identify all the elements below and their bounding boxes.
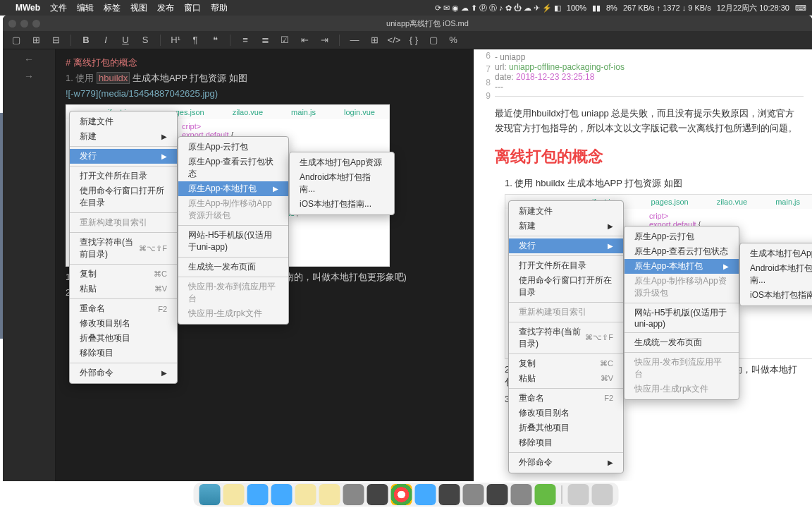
menu-item[interactable]: 使用命令行窗口打开所在目录 xyxy=(509,273,623,300)
menu-item[interactable]: 外部命令▶ xyxy=(70,365,177,380)
tb-link-icon[interactable]: % xyxy=(447,34,460,47)
menu-item[interactable]: 移除项目 xyxy=(509,435,623,450)
menu-item[interactable]: 新建▶ xyxy=(509,219,623,234)
menu-item[interactable]: 快应用-生成rpk文件 xyxy=(625,382,739,397)
menu-item[interactable]: 复制⌘C xyxy=(509,356,623,371)
menu-item[interactable]: 粘贴⌘V xyxy=(509,371,623,386)
menu-item[interactable]: 打开文件所在目录 xyxy=(509,258,623,273)
dock-terminal-icon[interactable] xyxy=(439,484,460,505)
dock-downloads-icon[interactable] xyxy=(568,484,589,505)
menu-file[interactable]: 文件 xyxy=(50,2,67,14)
menu-item[interactable]: 打开文件所在目录 xyxy=(70,169,177,183)
menu-item[interactable]: 原生App-制作移动App资源升级包 xyxy=(625,274,739,301)
battery-1[interactable]: 100% xyxy=(567,4,586,12)
input-source-icon[interactable]: ⌨ xyxy=(795,4,806,13)
tb-para-icon[interactable]: ¶ xyxy=(189,34,202,47)
tb-heading-icon[interactable]: H¹ xyxy=(169,34,182,47)
menu-item[interactable]: 移除项目 xyxy=(70,346,177,361)
dock-app-icon[interactable] xyxy=(511,484,532,505)
menu-item[interactable]: 网站-H5手机版(仅适用于uni-app) xyxy=(178,228,288,255)
menu-item[interactable]: 原生App-制作移动App资源升级包 xyxy=(178,196,288,223)
zoom-button[interactable] xyxy=(32,20,40,28)
dock-app-icon[interactable] xyxy=(295,484,316,505)
macos-dock[interactable] xyxy=(194,483,619,507)
dock-app-icon[interactable] xyxy=(223,484,245,505)
context-menu-main[interactable]: 新建文件新建▶发行▶打开文件所在目录使用命令行窗口打开所在目录重新构建项目索引查… xyxy=(508,200,624,473)
context-submenu-publish[interactable]: 原生App-云打包原生App-查看云打包状态原生App-本地打包▶原生App-制… xyxy=(178,136,289,325)
menu-item[interactable]: 折叠其他项目 xyxy=(509,421,623,435)
tb-img-icon[interactable]: ▢ xyxy=(427,34,440,47)
menu-item[interactable]: 复制⌘C xyxy=(70,267,177,282)
tb-italic-icon[interactable]: I xyxy=(99,34,112,47)
menu-item[interactable]: 快应用-生成rpk文件 xyxy=(178,306,288,321)
menu-item[interactable]: 快应用-发布到流应用平台 xyxy=(625,355,739,382)
menu-item[interactable]: 外部命令▶ xyxy=(509,455,623,470)
menu-edit[interactable]: 编辑 xyxy=(77,2,94,14)
menu-item[interactable]: 快应用-发布到流应用平台 xyxy=(178,279,288,306)
menu-item[interactable]: 使用命令行窗口打开所在目录 xyxy=(70,183,177,210)
menu-item[interactable]: iOS本地打包指南... xyxy=(740,288,812,303)
menu-item[interactable]: 修改项目别名 xyxy=(509,406,623,421)
battery-2[interactable]: 8% xyxy=(606,4,617,12)
window-titlebar[interactable]: uniapp离线打包 iOS.md xyxy=(3,16,812,31)
menu-extra-icon[interactable]: ▮▮ xyxy=(592,4,601,13)
tb-check-icon[interactable]: ☑ xyxy=(278,34,291,47)
app-name[interactable]: MWeb xyxy=(16,3,40,13)
tb-split-icon[interactable]: ⊞ xyxy=(30,34,42,47)
menu-item[interactable]: 原生App-本地打包▶ xyxy=(625,259,739,274)
menu-item[interactable]: 新建文件 xyxy=(509,204,623,219)
dock-app-icon[interactable] xyxy=(343,484,364,505)
menu-item[interactable]: Android本地打包指南... xyxy=(740,261,812,288)
tb-bold-icon[interactable]: B xyxy=(80,34,92,47)
menu-item[interactable]: 发行▶ xyxy=(509,238,623,253)
menu-item[interactable]: 生成统一发布页面 xyxy=(178,260,288,274)
dock-app-icon[interactable] xyxy=(367,484,388,505)
menu-item[interactable]: 生成本地打包App资源 xyxy=(290,155,394,170)
dock-app-icon[interactable] xyxy=(247,484,269,505)
minimize-button[interactable] xyxy=(20,20,28,28)
tb-quote-icon[interactable]: ❝ xyxy=(209,34,221,47)
menu-item[interactable]: 网站-H5手机版(仅适用于uni-app) xyxy=(625,306,739,330)
dock-finder-icon[interactable] xyxy=(199,484,221,505)
menu-item[interactable]: 重新构建项目索引 xyxy=(509,305,623,320)
menu-item[interactable]: 重新构建项目索引 xyxy=(70,215,177,230)
tb-code-icon[interactable]: </> xyxy=(388,34,400,47)
nav-fwd-icon[interactable]: → xyxy=(24,71,34,82)
menu-item[interactable]: 新建▶ xyxy=(70,129,177,144)
status-icons[interactable]: ⟳ ✉ ◉ ☁ ⬆ ⓟ ⓗ ♪ ✿ ⏻ ☁ ✈ ⚡ ◧ xyxy=(435,3,561,13)
menu-item[interactable]: 粘贴⌘V xyxy=(70,282,177,296)
menu-item[interactable]: 原生App-云打包 xyxy=(625,229,739,244)
tb-outdent-icon[interactable]: ⇤ xyxy=(298,34,311,47)
menu-publish[interactable]: 发布 xyxy=(157,2,174,14)
markdown-editor[interactable]: # 离线打包的概念 1. 使用 hbuildx 生成本地APP 打包资源 如图 … xyxy=(56,49,474,481)
menu-item[interactable]: 发行▶ xyxy=(70,149,177,164)
tb-table-icon[interactable]: ⊞ xyxy=(368,34,381,47)
menu-item[interactable]: 查找字符串(当前目录)⌘⌥⇧F xyxy=(70,235,177,262)
menu-item[interactable]: 生成本地打包App资源 xyxy=(740,246,812,261)
tb-ol-icon[interactable]: ≣ xyxy=(259,34,271,47)
menu-item[interactable]: Android本地打包指南... xyxy=(290,170,394,197)
dock-app-icon[interactable] xyxy=(463,484,484,505)
dock-app-icon[interactable] xyxy=(487,484,508,505)
dock-app-icon[interactable] xyxy=(271,484,293,505)
menu-item[interactable]: 原生App-本地打包▶ xyxy=(178,181,288,196)
nav-back-icon[interactable]: ← xyxy=(24,54,34,65)
menu-item[interactable]: 生成统一发布页面 xyxy=(625,335,739,350)
tb-panel-icon[interactable]: ▢ xyxy=(10,34,23,47)
menu-item[interactable]: 原生App-查看云打包状态 xyxy=(178,155,288,181)
context-menu-main[interactable]: 新建文件新建▶发行▶打开文件所在目录使用命令行窗口打开所在目录重新构建项目索引查… xyxy=(69,111,178,384)
menu-item[interactable]: 修改项目别名 xyxy=(70,316,177,331)
tb-indent-icon[interactable]: ⇥ xyxy=(318,34,331,47)
tb-strike-icon[interactable]: S xyxy=(139,34,152,47)
menu-item[interactable]: 新建文件 xyxy=(70,114,177,129)
dock-app-icon[interactable] xyxy=(415,484,436,505)
dock-app-icon[interactable] xyxy=(319,484,340,505)
tb-ul-icon[interactable]: ≡ xyxy=(239,34,252,47)
menu-tags[interactable]: 标签 xyxy=(104,2,121,14)
menu-item[interactable]: 查找字符串(当前目录)⌘⌥⇧F xyxy=(509,325,623,351)
network-speed[interactable]: 267 KB/s ↑ 1372 ↓ 9 KB/s xyxy=(623,4,711,12)
menu-item[interactable]: 原生App-查看云打包状态 xyxy=(625,244,739,259)
menu-item[interactable]: 重命名F2 xyxy=(70,301,177,316)
close-button[interactable] xyxy=(8,20,16,28)
clock[interactable]: 12月22周六 10:28:30 xyxy=(717,3,789,13)
